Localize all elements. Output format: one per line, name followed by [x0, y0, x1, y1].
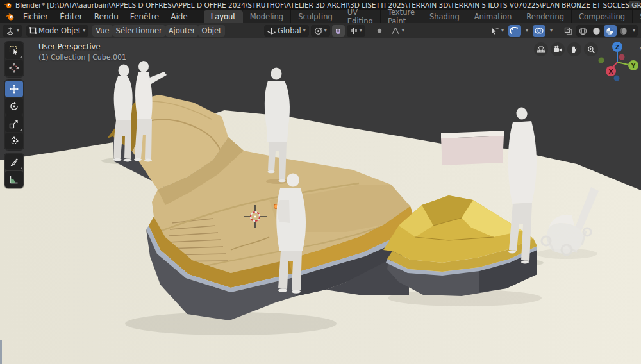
menu-objet[interactable]: Objet — [198, 25, 224, 37]
editor-type-button[interactable]: ▾ — [3, 25, 22, 37]
gizmo-axis-neg-z[interactable] — [614, 76, 620, 81]
select-box-tool[interactable] — [5, 42, 23, 59]
viewport-3d[interactable]: User Perspective (1) Collection | Cube.0… — [0, 38, 641, 364]
viewport-header-right: ▾ ▾ ▾ — [487, 25, 638, 37]
rotate-icon — [9, 101, 19, 112]
shading-chevron-icon[interactable]: ▾ — [631, 28, 637, 33]
hand-icon — [570, 46, 578, 54]
tool-shelf — [4, 42, 24, 188]
scale-tool[interactable] — [5, 115, 23, 132]
xray-toggle[interactable] — [562, 25, 575, 37]
gizmo-axis-z[interactable]: Z — [612, 42, 622, 52]
active-object-label: (1) Collection | Cube.001 — [38, 53, 126, 62]
select-box-icon — [9, 46, 19, 56]
viewport-header-center: Global ▾ ▾ — [264, 25, 408, 37]
pivot-point-icon — [314, 27, 322, 35]
snap-toggle[interactable] — [332, 25, 345, 37]
view-perspective-label: User Perspective — [38, 42, 126, 51]
annotate-tool[interactable] — [5, 154, 23, 170]
snap-with-dropdown[interactable]: ▾ — [347, 25, 365, 37]
transform-icon — [9, 136, 19, 146]
transform-orientation-dropdown[interactable]: Global ▾ — [264, 25, 309, 37]
gizmo-dropdown[interactable]: ▾ — [522, 25, 531, 37]
edge-sliver — [0, 340, 2, 364]
pan-view-button[interactable] — [567, 42, 581, 56]
menu-ajouter[interactable]: Ajouter — [165, 25, 199, 37]
mode-dropdown[interactable]: Mode Objet ▾ — [26, 25, 88, 37]
overlays-icon — [535, 27, 544, 35]
menu-aide[interactable]: Aide — [165, 10, 194, 23]
title-bar: Blender* [D:\DATA\aaurbain\APPELS D OFFR… — [0, 0, 641, 10]
navigation-gizmo[interactable]: Z Y X — [595, 38, 640, 83]
shading-solid-button[interactable] — [590, 25, 603, 37]
gizmo-axis-neg-y[interactable] — [599, 58, 604, 63]
cursor-tool[interactable] — [5, 60, 23, 76]
blender-window: Blender* [D:\DATA\aaurbain\APPELS D OFFR… — [0, 0, 641, 364]
viewport-nav-buttons — [534, 42, 598, 56]
gizmo-axis-x[interactable]: X — [606, 66, 616, 76]
shading-rendered-button[interactable] — [617, 25, 630, 37]
scene-render[interactable] — [0, 38, 641, 364]
tab-texture-paint[interactable]: Texture Paint — [381, 10, 422, 23]
rotate-tool[interactable] — [5, 98, 23, 115]
svg-text:Z: Z — [615, 44, 620, 51]
falloff-chevron-icon: ▾ — [402, 28, 404, 33]
tab-scripting[interactable]: Scripting — [633, 10, 641, 23]
menu-fichier[interactable]: Fichier — [17, 10, 54, 23]
menu-vue[interactable]: Vue — [92, 25, 112, 37]
svg-text:Y: Y — [631, 63, 636, 69]
tab-rendering[interactable]: Rendering — [519, 10, 572, 23]
sign-board[interactable] — [441, 131, 504, 165]
measure-tool[interactable] — [5, 171, 23, 188]
menu-fenetre[interactable]: Fenêtre — [124, 10, 165, 23]
window-controls[interactable] — [629, 1, 640, 8]
pivot-point-dropdown[interactable]: ▾ — [311, 25, 330, 37]
top-bar: Fichier Éditer Rendu Fenêtre Aide Layout… — [0, 10, 641, 23]
transform-tool[interactable] — [5, 133, 23, 149]
gizmo-axis-y[interactable]: Y — [628, 60, 638, 70]
tab-uv-editing[interactable]: UV Editing — [340, 10, 381, 23]
overlays-dropdown[interactable]: ▾ — [547, 25, 556, 37]
tab-animation[interactable]: Animation — [467, 10, 520, 23]
visibility-chevron-icon: ▾ — [501, 28, 504, 33]
cursor-tool-icon — [9, 63, 19, 73]
viewport-header: ▾ Mode Objet ▾ Vue Sélectionner Ajouter … — [0, 23, 641, 38]
shading-wireframe-button[interactable] — [577, 25, 590, 37]
blender-menu-icon[interactable] — [5, 12, 15, 21]
blender-logo-icon — [4, 1, 12, 9]
gizmo-axis-neg-x2[interactable] — [619, 54, 625, 60]
object-mode-icon — [29, 27, 37, 34]
falloff-curve-icon — [391, 27, 400, 35]
menu-editer[interactable]: Éditer — [54, 10, 88, 23]
proportional-falloff-dropdown[interactable]: ▾ — [388, 25, 408, 37]
pivot-chevron-icon: ▾ — [324, 28, 327, 33]
tab-modeling[interactable]: Modeling — [243, 10, 291, 23]
tab-sculpting[interactable]: Sculpting — [291, 10, 340, 23]
orthographic-grid-icon — [537, 46, 545, 53]
measure-icon — [9, 174, 19, 185]
orientation-axes-icon — [267, 27, 276, 35]
camera-view-button[interactable] — [551, 42, 565, 56]
menu-selectionner[interactable]: Sélectionner — [113, 25, 165, 37]
move-tool[interactable] — [5, 81, 23, 97]
shading-material-button[interactable] — [604, 25, 617, 37]
orientation-chevron-icon: ▾ — [303, 28, 306, 33]
move-icon — [9, 84, 19, 94]
tab-compositing[interactable]: Compositing — [572, 10, 633, 23]
magnet-icon — [334, 27, 342, 35]
window-title: Blender* [D:\DATA\aaurbain\APPELS D OFFR… — [15, 1, 641, 9]
zoom-icon — [587, 46, 595, 54]
editor-3d-viewport-icon — [6, 26, 15, 35]
tab-layout[interactable]: Layout — [204, 10, 243, 23]
snap-with-chevron-icon: ▾ — [360, 28, 362, 33]
proportional-editing-toggle[interactable] — [373, 25, 386, 37]
tab-shading[interactable]: Shading — [422, 10, 467, 23]
orientation-label: Global — [278, 26, 301, 35]
workspace-tabs: Layout Modeling Sculpting UV Editing Tex… — [204, 10, 641, 23]
rendered-sphere-icon — [619, 27, 628, 35]
show-gizmo-toggle[interactable] — [508, 25, 521, 37]
show-overlays-toggle[interactable] — [533, 25, 545, 37]
menu-rendu[interactable]: Rendu — [88, 10, 124, 23]
visibility-dropdown[interactable]: ▾ — [487, 25, 507, 37]
toggle-perspective-button[interactable] — [534, 42, 548, 56]
